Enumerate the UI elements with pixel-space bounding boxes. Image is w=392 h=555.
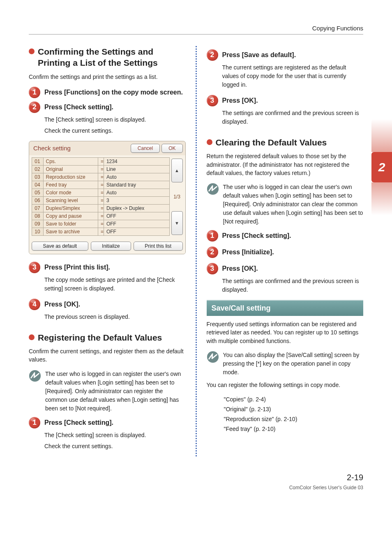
row-value: OFF: [104, 228, 170, 236]
row-name: Feed tray: [43, 181, 98, 189]
row-index: 10: [32, 228, 44, 236]
page-indicator: 1/3: [171, 183, 183, 211]
equals-icon: =: [98, 204, 104, 212]
scroll-down-button[interactable]: ▼: [171, 211, 183, 235]
note-icon: [207, 183, 219, 195]
cancel-button[interactable]: Cancel: [131, 144, 160, 153]
row-name: Save to folder: [43, 220, 98, 228]
bullet-icon: [29, 334, 35, 340]
heading-text: Clearing the Default Values: [216, 137, 327, 148]
cont-step3-title: Press [OK].: [222, 97, 258, 105]
note-text: The user who is logged in can register t…: [45, 370, 186, 413]
row-index: 07: [32, 204, 44, 212]
print-this-list-button[interactable]: Print this list: [134, 242, 183, 251]
row-index: 02: [32, 165, 44, 173]
clr-step3-title: Press [OK].: [222, 265, 258, 273]
step-badge-3: 3: [29, 262, 40, 273]
row-value: Duplex -> Duplex: [104, 204, 170, 212]
reg-step1-body1: The [Check setting] screen is displayed.: [44, 431, 186, 440]
svg-point-1: [207, 183, 218, 195]
right-column: 2 Press [Save as default]. The current s…: [207, 46, 364, 456]
row-name: Scanning level: [43, 196, 98, 205]
reference-item: "Reproduction size" (p. 2-10): [224, 415, 364, 424]
equals-icon: =: [98, 157, 104, 166]
intro-text: Confirm the settings and print the setti…: [29, 73, 186, 81]
row-name: Copy and pause: [43, 212, 98, 220]
equals-icon: =: [98, 220, 104, 228]
step4-body: The previous screen is displayed.: [44, 313, 186, 321]
reference-item: "Copies" (p. 2-4): [224, 395, 364, 405]
row-index: 03: [32, 173, 44, 181]
left-column: Confirming the Settings and Printing a L…: [29, 46, 186, 456]
step-badge-2: 2: [29, 101, 40, 113]
row-name: Save to archive: [43, 228, 98, 236]
row-index: 06: [32, 196, 44, 205]
row-name: Color mode: [43, 189, 98, 197]
svg-point-0: [29, 370, 41, 382]
equals-icon: =: [98, 173, 104, 181]
equals-icon: =: [98, 196, 104, 205]
bullet-icon: [29, 48, 35, 54]
initialize-button[interactable]: Initialize: [91, 242, 131, 251]
row-value: 3: [104, 196, 170, 205]
row-name: Reproduction size: [43, 173, 98, 181]
note-text: The user who is logged in can clear the …: [223, 183, 364, 226]
step2-body1: The [Check setting] screen is displayed.: [44, 115, 186, 124]
heading-text: Registering the Default Values: [38, 332, 162, 343]
row-index: 08: [32, 212, 44, 220]
equals-icon: =: [98, 189, 104, 197]
heading-registering-defaults: Registering the Default Values: [29, 332, 186, 343]
save-call-lead: You can register the following settings …: [207, 381, 364, 389]
reg-step1-title: Press [Check setting].: [44, 419, 113, 427]
note-icon: [207, 351, 219, 363]
note-text: You can also display the [Save/Call sett…: [223, 351, 364, 377]
row-index: 04: [32, 181, 44, 189]
step-badge-1: 1: [207, 230, 218, 242]
ok-button[interactable]: OK: [161, 144, 182, 153]
row-value: OFF: [104, 212, 170, 220]
row-value: OFF: [104, 220, 170, 228]
row-name: Duplex/Simplex: [43, 204, 98, 212]
save-as-default-button[interactable]: Save as default: [32, 242, 88, 251]
step-badge-1: 1: [29, 417, 40, 428]
footer-text: ComColor Series User's Guide 03: [29, 485, 363, 491]
heading-clearing-defaults: Clearing the Default Values: [207, 137, 364, 148]
step-badge-2: 2: [207, 49, 218, 61]
row-index: 05: [32, 189, 44, 197]
step-badge-1: 1: [29, 87, 40, 98]
settings-grid: 01Cps.=123402Original=Line03Reproduction…: [32, 158, 170, 236]
note-icon: [29, 370, 41, 382]
cont-step2-title: Press [Save as default].: [222, 51, 296, 60]
row-value: Auto: [104, 189, 170, 197]
clr-step1-title: Press [Check setting].: [222, 232, 291, 240]
reference-item: "Original" (p. 2-13): [224, 405, 364, 415]
row-index: 01: [32, 157, 44, 166]
step-badge-2: 2: [207, 246, 218, 258]
scroll-up-button[interactable]: ▲: [171, 159, 183, 182]
bullet-icon: [207, 139, 212, 145]
intro-text: Confirm the current settings, and regist…: [29, 347, 186, 364]
clr-step2-title: Press [Initialize].: [222, 248, 274, 257]
step3-title: Press [Print this list].: [44, 263, 110, 272]
row-name: Original: [43, 165, 98, 173]
running-header: Copying Functions: [29, 25, 363, 35]
save-call-intro: Frequently used settings information can…: [207, 320, 364, 345]
row-value: Auto: [104, 173, 170, 181]
equals-icon: =: [98, 212, 104, 220]
reference-item: "Feed tray" (p. 2-10): [224, 424, 364, 434]
step1-title: Press [Functions] on the copy mode scree…: [44, 88, 183, 97]
equals-icon: =: [98, 181, 104, 189]
panel-title: Check setting: [33, 145, 71, 152]
row-name: Cps.: [43, 157, 98, 166]
step-badge-4: 4: [29, 299, 40, 310]
row-value: Line: [104, 165, 170, 173]
check-setting-panel: Check setting Cancel OK 01Cps.=123402Ori…: [29, 141, 186, 254]
cont-step2-body: The current settings are registered as t…: [222, 63, 364, 89]
heading-confirming-settings: Confirming the Settings and Printing a L…: [29, 46, 186, 69]
step3-body: The copy mode settings are printed and t…: [44, 276, 186, 293]
row-value: Standard tray: [104, 181, 170, 189]
page-number: 2-19: [29, 473, 363, 482]
heading-text: Confirming the Settings and Printing a L…: [38, 46, 186, 69]
save-call-heading: Save/Call setting: [207, 300, 364, 316]
step2-title: Press [Check setting].: [44, 103, 113, 112]
